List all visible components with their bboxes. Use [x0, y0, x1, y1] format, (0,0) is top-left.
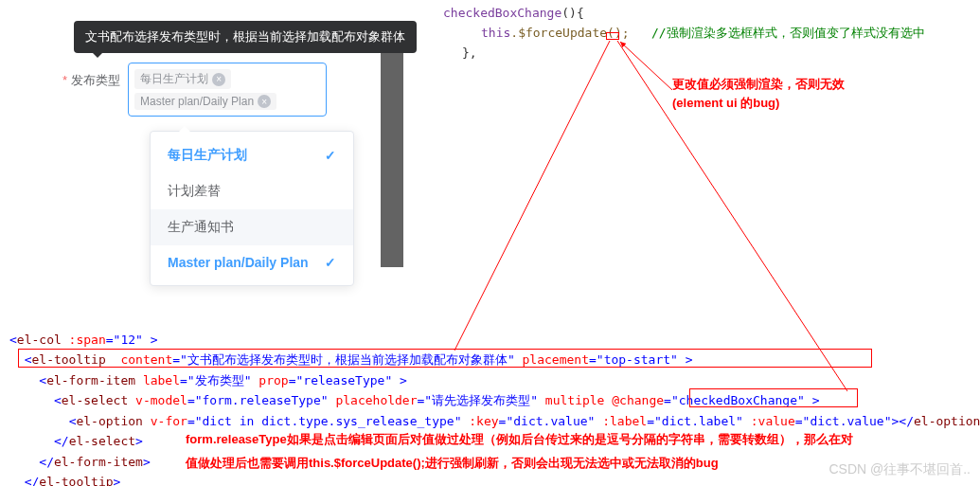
annotation-2: (element ui 的bug)	[672, 95, 779, 112]
select-dropdown: 每日生产计划✓ 计划差替 生产通知书 Master plan/Daily Pla…	[150, 131, 354, 286]
check-icon: ✓	[325, 148, 336, 163]
dropdown-option[interactable]: Master plan/Daily Plan✓	[151, 245, 353, 279]
code-snippet-top: checkedBoxChange(){ this.$forceUpdate();…	[443, 4, 925, 63]
tag-2: Master plan/Daily Plan×	[134, 93, 276, 110]
form-row: *发布类型 每日生产计划× Master plan/Daily Plan×	[62, 63, 327, 117]
highlight-box	[606, 32, 619, 40]
highlight-box-change	[689, 388, 858, 407]
form-label: *发布类型	[62, 63, 120, 89]
tag-1: 每日生产计划×	[134, 69, 231, 89]
annotation-4: 值做处理后也需要调用this.$forceUpdate();进行强制刷新，否则会…	[186, 455, 719, 472]
release-type-select[interactable]: 每日生产计划× Master plan/Daily Plan×	[128, 63, 327, 117]
panel-edge	[381, 45, 403, 267]
annotation-1: 更改值必须强制渲染，否则无效	[672, 76, 845, 93]
annotation-3: form.releaseType如果是点击编辑页面后对值做过处理（例如后台传过来…	[186, 431, 853, 448]
dropdown-option[interactable]: 每日生产计划✓	[151, 137, 353, 173]
dropdown-option[interactable]: 计划差替	[151, 173, 353, 209]
required-star: *	[62, 73, 67, 87]
watermark: CSDN @往事不堪回首..	[829, 461, 971, 478]
check-icon: ✓	[325, 255, 336, 270]
svg-line-0	[454, 41, 610, 351]
dropdown-option[interactable]: 生产通知书	[151, 209, 353, 245]
tag-close-icon[interactable]: ×	[258, 95, 271, 108]
highlight-box-tooltip	[18, 349, 872, 368]
tag-close-icon[interactable]: ×	[212, 73, 225, 86]
tooltip: 文书配布选择发布类型时，根据当前选择加载配布对象群体	[74, 21, 417, 53]
